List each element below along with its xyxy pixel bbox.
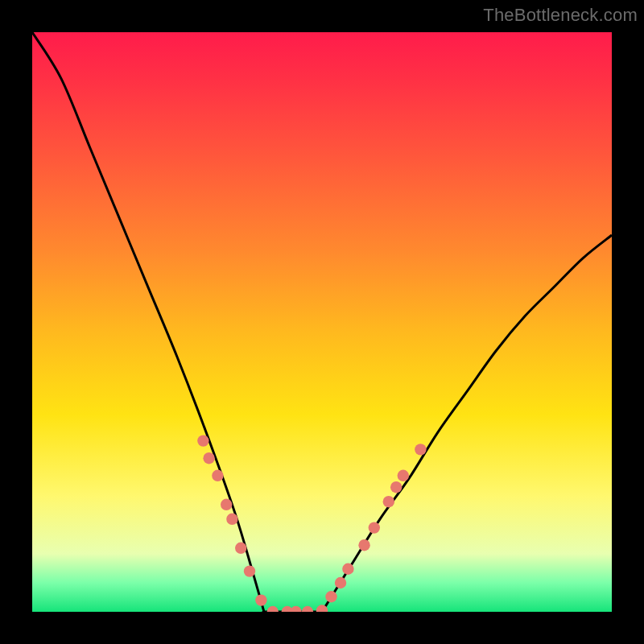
data-marker xyxy=(390,481,402,493)
data-marker xyxy=(398,470,409,481)
data-marker xyxy=(221,499,232,510)
data-marker xyxy=(212,470,223,481)
watermark-text: TheBottleneck.com xyxy=(483,5,638,26)
data-marker xyxy=(197,435,208,446)
data-marker xyxy=(203,452,214,464)
data-marker xyxy=(415,444,426,455)
data-marker xyxy=(235,543,246,554)
data-marker xyxy=(335,577,346,588)
marker-layer xyxy=(197,435,426,612)
data-marker xyxy=(226,514,237,525)
curve-path xyxy=(32,32,612,612)
data-marker xyxy=(302,606,313,612)
data-marker xyxy=(255,594,266,605)
data-marker xyxy=(244,565,255,576)
data-marker xyxy=(325,591,336,602)
data-marker xyxy=(290,606,301,612)
data-marker xyxy=(369,522,380,533)
data-marker xyxy=(342,564,353,575)
plot-area xyxy=(32,32,612,612)
chart-stage: TheBottleneck.com xyxy=(0,0,644,644)
chart-svg xyxy=(32,32,612,612)
data-marker xyxy=(383,496,394,507)
data-marker xyxy=(358,539,369,551)
series-layer xyxy=(32,32,612,612)
data-marker xyxy=(267,606,279,612)
